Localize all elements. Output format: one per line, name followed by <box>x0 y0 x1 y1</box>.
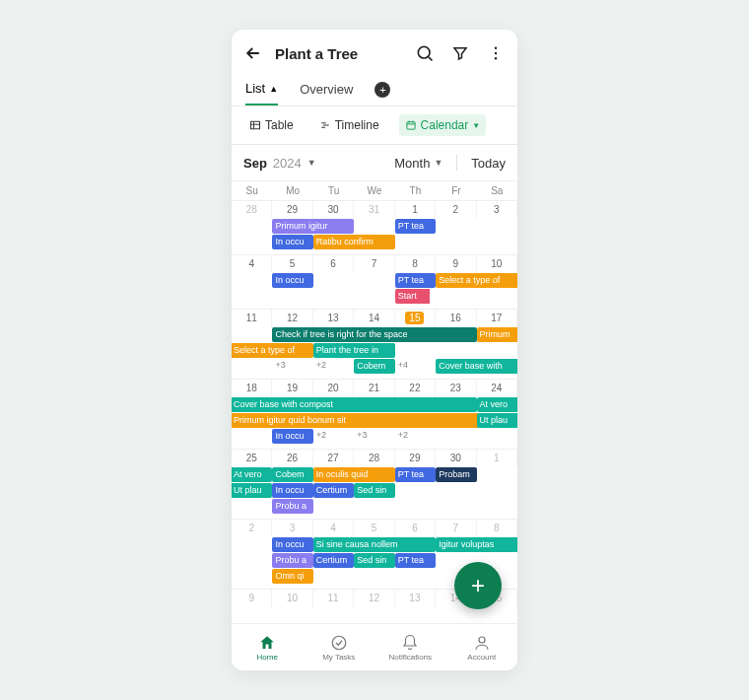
calendar-event[interactable]: Plant the tree in <box>313 343 395 358</box>
day-cell[interactable]: 4 <box>232 255 272 273</box>
back-button[interactable] <box>243 43 263 63</box>
day-cell[interactable]: 13 <box>313 310 354 327</box>
calendar-event[interactable]: Probu a <box>272 553 312 568</box>
day-cell[interactable]: 3 <box>477 201 517 219</box>
day-cell[interactable]: 9 <box>232 590 272 607</box>
add-tab-button[interactable]: + <box>374 82 390 98</box>
calendar-event[interactable]: Sed sin <box>354 553 394 568</box>
calendar-event[interactable]: PT tea <box>395 219 436 234</box>
calendar-event[interactable]: In occu <box>272 537 312 552</box>
tab-overview[interactable]: Overview <box>300 74 353 105</box>
nav-home[interactable]: Home <box>232 624 304 670</box>
day-cell[interactable]: 12 <box>272 310 312 327</box>
day-cell[interactable]: 8 <box>395 255 436 273</box>
day-cell[interactable]: 6 <box>313 255 354 273</box>
calendar-event[interactable]: Select a type of <box>436 273 517 288</box>
chevron-down-icon[interactable]: ▼ <box>307 158 316 168</box>
calendar-event[interactable]: Ratibu confirm <box>313 235 395 249</box>
year-label[interactable]: 2024 <box>273 156 302 171</box>
day-cell[interactable]: 22 <box>395 380 436 397</box>
day-cell[interactable]: 7 <box>354 255 394 273</box>
day-cell[interactable]: 5 <box>272 255 312 273</box>
day-cell[interactable]: 27 <box>313 450 354 467</box>
day-cell[interactable]: 23 <box>436 380 476 397</box>
day-cell[interactable]: 28 <box>232 201 272 219</box>
day-cell[interactable]: 26 <box>272 450 312 467</box>
tab-list[interactable]: List ▲ <box>245 73 278 105</box>
add-fab[interactable]: + <box>454 562 502 609</box>
today-button[interactable]: Today <box>471 156 506 171</box>
view-calendar[interactable]: Calendar ▼ <box>399 114 487 136</box>
calendar-event[interactable]: Primum igitur quid bonum sit <box>232 413 478 428</box>
day-cell[interactable]: 16 <box>436 310 476 327</box>
day-cell[interactable]: 30 <box>313 201 354 219</box>
calendar-event[interactable]: PT tea <box>395 467 436 482</box>
calendar-event[interactable]: Primum igitur <box>272 219 354 234</box>
nav-tasks[interactable]: My Tasks <box>304 624 375 670</box>
day-cell[interactable]: 21 <box>354 380 394 397</box>
day-cell[interactable]: 13 <box>395 590 436 607</box>
day-cell[interactable]: 31 <box>354 201 394 219</box>
more-indicator[interactable]: +2 <box>395 429 436 444</box>
day-cell[interactable]: 9 <box>436 255 476 273</box>
calendar-event[interactable]: In occu <box>272 483 312 498</box>
calendar-event[interactable]: Probam <box>436 467 476 482</box>
calendar-event[interactable]: In occu <box>272 429 312 444</box>
day-cell[interactable]: 29 <box>395 450 436 467</box>
more-indicator[interactable]: +4 <box>395 359 436 374</box>
day-cell[interactable]: 14 <box>354 310 394 327</box>
day-cell[interactable]: 3 <box>272 520 312 537</box>
calendar-event[interactable]: Omn qi <box>272 569 312 584</box>
calendar-event[interactable]: At vero <box>477 397 517 412</box>
day-cell[interactable]: 19 <box>272 380 312 397</box>
day-cell[interactable]: 17 <box>477 310 517 327</box>
day-cell[interactable]: 30 <box>436 450 476 467</box>
day-cell[interactable]: 18 <box>232 380 272 397</box>
calendar-event[interactable]: Cover base with compost <box>232 397 477 412</box>
calendar-event[interactable]: PT tea <box>395 273 436 288</box>
day-cell[interactable]: 2 <box>232 520 272 537</box>
filter-icon[interactable] <box>450 43 470 63</box>
calendar-event[interactable]: Igitur voluptas <box>436 537 517 552</box>
day-cell[interactable]: 6 <box>395 520 436 537</box>
day-cell[interactable]: 2 <box>436 201 476 219</box>
day-cell[interactable]: 11 <box>232 310 272 327</box>
calendar-event[interactable]: In occu <box>272 235 312 249</box>
day-cell[interactable]: 10 <box>477 255 517 273</box>
calendar-event[interactable]: Si sine causa nollem <box>313 537 436 552</box>
view-table[interactable]: Table <box>243 114 300 136</box>
day-cell[interactable]: 29 <box>272 201 312 219</box>
calendar-event[interactable]: Cobem <box>272 467 312 482</box>
day-cell[interactable]: 1 <box>395 201 436 219</box>
calendar-event[interactable]: Ut plau <box>477 413 517 428</box>
nav-account[interactable]: Account <box>446 624 518 670</box>
more-indicator[interactable]: +2 <box>313 359 354 374</box>
day-cell[interactable]: 25 <box>232 450 272 467</box>
calendar-event[interactable]: Select a type of <box>232 343 313 358</box>
calendar-event[interactable]: PT tea <box>395 553 436 568</box>
calendar-event[interactable]: In occu <box>272 273 312 288</box>
day-cell[interactable]: 7 <box>436 520 476 537</box>
calendar-event[interactable]: Check if tree is right for the space <box>272 327 476 342</box>
range-selector[interactable]: Month ▼ <box>394 156 443 171</box>
nav-notifications[interactable]: Notifications <box>374 624 446 670</box>
day-cell[interactable]: 11 <box>313 590 354 607</box>
view-timeline[interactable]: Timeline <box>313 114 385 136</box>
day-cell[interactable]: 15 <box>395 310 436 327</box>
day-cell[interactable]: 24 <box>477 380 517 397</box>
day-cell[interactable]: 5 <box>354 520 394 537</box>
more-indicator[interactable]: +2 <box>313 429 354 444</box>
day-cell[interactable]: 1 <box>477 450 517 467</box>
calendar-grid[interactable]: 28293031123Primum igiturPT teaIn occuRat… <box>232 200 517 623</box>
calendar-event[interactable]: Ut plau <box>232 483 272 498</box>
calendar-event[interactable]: Certium <box>313 553 354 568</box>
calendar-event[interactable]: At vero <box>232 467 272 482</box>
calendar-event[interactable]: Cover base with <box>436 359 517 374</box>
more-indicator[interactable]: +3 <box>354 429 394 444</box>
calendar-event[interactable]: Start <box>395 289 430 304</box>
calendar-event[interactable]: In oculis quid <box>313 467 395 482</box>
day-cell[interactable]: 12 <box>354 590 394 607</box>
more-indicator[interactable]: +3 <box>272 359 312 374</box>
search-icon[interactable] <box>415 43 435 63</box>
calendar-event[interactable]: Sed sin <box>354 483 394 498</box>
